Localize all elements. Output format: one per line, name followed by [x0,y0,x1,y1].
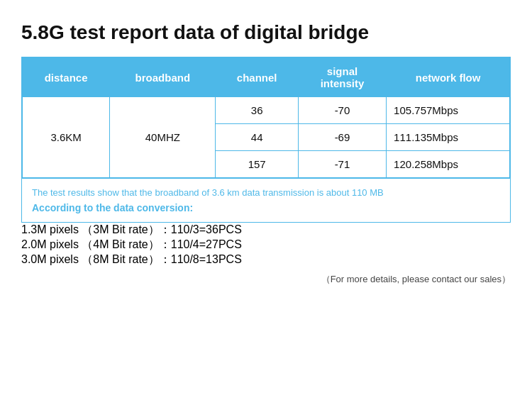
info-conversion-label: According to the data conversion: [32,202,500,213]
cell-flow-2: 111.135Mbps [387,124,510,151]
col-channel: channel [216,57,298,97]
pixel-row-3: 3.0M pixels （8M Bit rate）：110/8=13PCS [21,252,511,267]
cell-flow-3: 120.258Mbps [387,151,510,179]
pixel-row-3-cell: 3.0M pixels （8M Bit rate）：110/8=13PCS [21,252,511,267]
cell-channel-1: 36 [216,97,298,124]
cell-signal-3: -71 [298,151,386,179]
cell-broadband: 40MHZ [110,97,216,179]
col-distance: distance [22,57,110,97]
col-network-flow: network flow [387,57,510,97]
cell-signal-1: -70 [298,97,386,124]
cell-channel-3: 157 [216,151,298,179]
cell-signal-2: -69 [298,124,386,151]
footnote: （For more details, please contact our sa… [21,273,511,286]
col-signal: signalintensity [298,57,386,97]
table-row: 3.6KM 40MHZ 36 -70 105.757Mbps [22,97,510,124]
pixel-row-1-cell: 1.3M pixels （3M Bit rate）：110/3=36PCS [21,223,511,238]
pixel-row-2-cell: 2.0M pixels （4M Bit rate）：110/4=27PCS [21,238,511,252]
cell-distance: 3.6KM [22,97,110,179]
cell-channel-2: 44 [216,124,298,151]
pixel-table: 1.3M pixels （3M Bit rate）：110/3=36PCS 2.… [21,223,511,267]
pixel-row-2: 2.0M pixels （4M Bit rate）：110/4=27PCS [21,238,511,252]
info-section: The test results show that the broadband… [21,179,511,223]
cell-flow-1: 105.757Mbps [387,97,510,124]
pixel-row-1: 1.3M pixels （3M Bit rate）：110/3=36PCS [21,223,511,238]
main-table: distance broadband channel signalintensi… [21,57,511,179]
info-note: The test results show that the broadband… [32,187,500,198]
table-header-row: distance broadband channel signalintensi… [22,57,510,97]
col-broadband: broadband [110,57,216,97]
page-title: 5.8G test report data of digital bridge [21,21,511,44]
